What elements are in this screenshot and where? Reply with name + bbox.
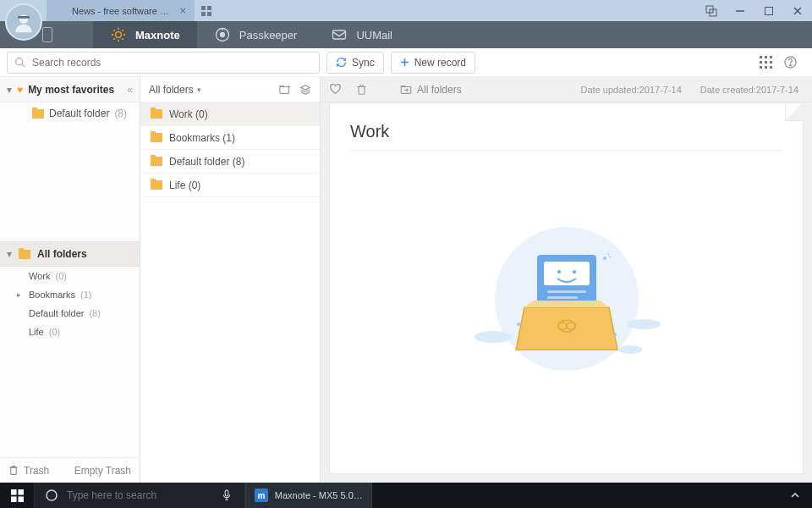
trash-label: Trash (24, 465, 49, 477)
folder-list-item[interactable]: Bookmarks (1) (140, 126, 320, 150)
delete-icon[interactable] (356, 84, 371, 96)
folder-count: (8) (114, 108, 127, 119)
svg-rect-44 (547, 290, 586, 293)
sidebar-subitem[interactable]: Life (0) (0, 323, 140, 341)
main-area: ▾ ♥ My most favorites « Default folder (… (0, 77, 812, 483)
svg-point-56 (47, 490, 57, 500)
sidebar-subitem[interactable]: ▸Bookmarks (1) (0, 285, 140, 304)
cortana-icon (45, 489, 58, 502)
sidebar-subitem[interactable]: Default folder (8) (0, 304, 140, 323)
folder-list-header-label[interactable]: All folders (149, 84, 194, 96)
caret-down-icon[interactable]: ▾ (197, 86, 201, 94)
svg-rect-9 (765, 7, 773, 14)
folder-list-item-label: Bookmarks (1) (169, 132, 235, 144)
svg-rect-52 (11, 489, 17, 495)
window-titlebar: News - free software downl... × (0, 0, 812, 21)
new-record-label: New record (414, 57, 466, 69)
trash-icon (8, 465, 19, 476)
svg-point-37 (475, 331, 512, 343)
svg-rect-1 (18, 16, 30, 19)
tab-close-icon[interactable]: × (179, 4, 186, 17)
sidebar-subitem[interactable]: Work (0) (0, 267, 140, 285)
empty-state-illustration (350, 151, 782, 455)
taskbar-app-maxnote[interactable]: m Maxnote - MX5 5.0.... (245, 483, 372, 508)
snap-icon[interactable] (697, 0, 726, 21)
svg-rect-16 (333, 30, 346, 39)
taskbar-app-label: Maxnote - MX5 5.0.... (275, 490, 363, 500)
nav-maxnote-label: Maxnote (135, 29, 180, 41)
all-folders-label: All folders (37, 248, 87, 260)
new-folder-icon[interactable] (279, 84, 291, 96)
sync-label: Sync (352, 57, 375, 69)
content-column: All folders Date updated:2017-7-14 Date … (321, 77, 812, 483)
svg-point-12 (116, 32, 122, 38)
maximize-icon[interactable] (754, 0, 783, 21)
subitem-label: Life (29, 327, 44, 337)
avatar[interactable] (5, 3, 42, 41)
svg-point-17 (16, 58, 23, 65)
stack-icon[interactable] (299, 84, 311, 96)
folder-list-item[interactable]: Work (0) (140, 102, 320, 126)
passkeeper-icon (214, 26, 231, 43)
close-icon[interactable] (783, 0, 812, 21)
start-button[interactable] (0, 483, 34, 508)
taskbar-search-input[interactable] (67, 489, 211, 501)
breadcrumb-all-folders[interactable]: All folders (400, 84, 462, 96)
folder-list-item-label: Work (0) (169, 108, 208, 120)
folder-list-item[interactable]: Default folder (8) (140, 150, 320, 174)
empty-trash-button[interactable]: Empty Trash (74, 465, 131, 477)
favorite-default-folder[interactable]: Default folder (8) (0, 102, 140, 124)
svg-rect-45 (547, 296, 578, 299)
content-dates: Date updated:2017-7-14 Date created:2017… (581, 85, 798, 95)
svg-point-31 (790, 65, 791, 66)
apps-grid-icon[interactable] (760, 56, 772, 69)
subitem-count: (0) (49, 327, 60, 337)
caret-down-icon: ▾ (7, 248, 12, 260)
taskbar-app-icon: m (255, 489, 268, 502)
svg-rect-55 (18, 496, 24, 502)
svg-point-50 (517, 323, 520, 326)
svg-rect-22 (765, 56, 767, 58)
plus-icon (400, 58, 409, 67)
svg-rect-2 (201, 6, 206, 10)
microphone-icon[interactable] (219, 489, 234, 501)
svg-rect-57 (225, 490, 228, 496)
minimize-icon[interactable] (726, 0, 754, 21)
document-title: Work (350, 122, 782, 151)
trash-button[interactable]: Trash (8, 465, 49, 477)
svg-rect-29 (770, 66, 772, 69)
svg-point-43 (573, 270, 576, 273)
document-pane: Work (329, 102, 804, 474)
folder-list-item[interactable]: Life (0) (140, 174, 320, 197)
svg-rect-23 (770, 56, 772, 58)
all-folders-header[interactable]: ▾ All folders (0, 241, 140, 267)
favorite-heart-icon[interactable] (329, 83, 344, 96)
svg-rect-5 (207, 12, 211, 16)
collapse-icon[interactable]: « (127, 84, 133, 96)
search-input[interactable] (32, 57, 312, 69)
nav-passkeeper[interactable]: Passkeeper (197, 21, 315, 48)
sync-button[interactable]: Sync (326, 52, 384, 74)
nav-uumail[interactable]: UUMail (314, 21, 409, 48)
svg-point-0 (19, 14, 29, 24)
taskbar-search[interactable] (34, 483, 245, 508)
taskbar-tray-chevron[interactable] (778, 483, 812, 508)
svg-point-38 (627, 319, 661, 329)
nav-passkeeper-label: Passkeeper (239, 29, 298, 41)
svg-rect-21 (760, 56, 762, 58)
svg-rect-28 (765, 66, 767, 69)
nav-maxnote[interactable]: Maxnote (93, 21, 197, 48)
svg-rect-26 (770, 61, 772, 64)
browser-tab[interactable]: News - free software downl... × (47, 0, 195, 21)
favorites-header[interactable]: ▾ ♥ My most favorites « (0, 77, 140, 102)
sidebar-left: ▾ ♥ My most favorites « Default folder (… (0, 77, 140, 483)
new-tab-button[interactable] (195, 0, 218, 21)
new-record-button[interactable]: New record (391, 52, 475, 74)
help-icon[interactable] (784, 56, 797, 69)
folder-move-icon (400, 84, 412, 96)
search-box[interactable] (7, 52, 320, 74)
folder-icon (19, 250, 30, 259)
subitem-label: Bookmarks (29, 290, 75, 300)
subitem-count: (1) (80, 290, 91, 300)
folder-list-item-label: Default folder (8) (169, 156, 244, 168)
